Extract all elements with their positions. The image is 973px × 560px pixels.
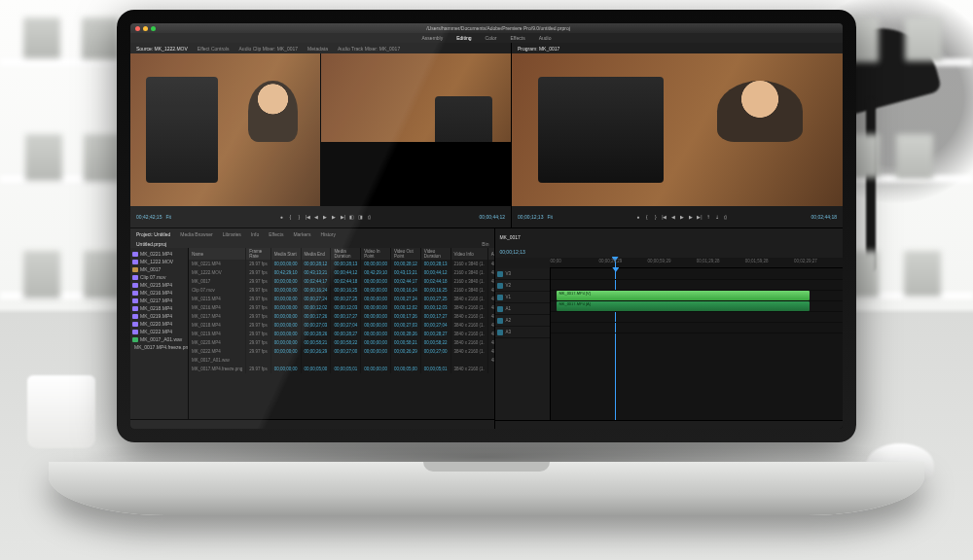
step-fwd-icon[interactable]: ▶: [331, 214, 338, 221]
proj-tab-project[interactable]: Project: Untitled: [136, 231, 170, 237]
p-mark-in-icon[interactable]: {: [643, 214, 650, 221]
p-goto-in-icon[interactable]: |◀: [661, 214, 667, 221]
column-header[interactable]: Video Out Point: [390, 248, 420, 260]
export-frame-icon[interactable]: ⎙: [366, 214, 373, 221]
src-tab-audioclipmixer[interactable]: Audio Clip Mixer: MK_0017: [239, 46, 299, 52]
project-tree[interactable]: MK_0221.MP4MK_1222.MOVMK_0017Clip 07.mov…: [130, 248, 189, 419]
table-row[interactable]: MK_0215.MP429.97 fps00;00;00;0000;00;27;…: [189, 295, 494, 303]
program-monitor[interactable]: [512, 53, 843, 206]
table-row[interactable]: MK_1222.MOV29.97 fps00;42;29;1000;43;13;…: [189, 268, 494, 277]
p-mark-out-icon[interactable]: }: [652, 214, 659, 221]
timeline-ruler[interactable]: 00;0000;00;29;2900;00;59;2900;01;29;2800…: [550, 258, 843, 268]
ws-tab-assembly[interactable]: Assembly: [422, 35, 444, 41]
column-header[interactable]: Video Duration: [420, 248, 450, 260]
tree-item[interactable]: MK_1222.MOV: [132, 258, 186, 265]
goto-out-icon[interactable]: ▶|: [340, 214, 346, 221]
track-toggle-icon[interactable]: [497, 283, 503, 289]
table-row[interactable]: MK_0017.MP4.freeze.png29.97 fps00;00;00;…: [189, 365, 494, 373]
column-header[interactable]: Media Duration: [331, 248, 361, 260]
p-step-back-icon[interactable]: ◀: [669, 214, 676, 221]
column-header[interactable]: Video Info: [450, 248, 487, 260]
proj-tab-markers[interactable]: Markers: [293, 231, 310, 237]
timeline-timecode[interactable]: 00;00;12;13: [499, 249, 524, 255]
tree-item[interactable]: MK_0220.MP4: [132, 320, 186, 328]
tree-item[interactable]: MK_0221.MP4: [132, 250, 186, 258]
p-goto-out-icon[interactable]: ▶|: [696, 214, 703, 221]
p-export-frame-icon[interactable]: ⎙: [722, 214, 729, 221]
src-tab-clip[interactable]: Source: MK_1222.MOV: [136, 46, 188, 52]
add-marker-icon[interactable]: ●: [278, 214, 285, 221]
mark-in-icon[interactable]: {: [287, 214, 294, 221]
goto-in-icon[interactable]: |◀: [305, 214, 311, 221]
timeline-clip[interactable]: MK_0017.MP4 [V]: [557, 291, 810, 300]
track-toggle-icon[interactable]: [497, 295, 503, 300]
ws-tab-audio[interactable]: Audio: [539, 35, 552, 41]
table-row[interactable]: MK_0017_A01.wav48000 Hz - Multichannel: [189, 356, 494, 365]
source-monitor[interactable]: [130, 53, 511, 206]
prog-fit-dropdown[interactable]: Fit: [547, 214, 553, 220]
prog-tab[interactable]: Program: MK_0017: [518, 46, 559, 52]
table-row[interactable]: MK_0216.MP429.97 fps00;00;00;0000;00;12;…: [189, 303, 494, 312]
zoom-icon[interactable]: [151, 26, 156, 31]
table-row[interactable]: MK_0218.MP429.97 fps00;00;00;0000;00;27;…: [189, 321, 494, 330]
column-header[interactable]: Video In Point: [361, 248, 391, 260]
insert-icon[interactable]: ◧: [348, 214, 355, 221]
track-header[interactable]: A2: [495, 315, 550, 327]
src-timecode-in[interactable]: 00;42;42;15: [136, 214, 162, 220]
tree-item[interactable]: Clip 07.mov: [132, 273, 186, 281]
src-tab-audiotrackmixer[interactable]: Audio Track Mixer: MK_0017: [338, 46, 400, 52]
tree-item[interactable]: MK_0017.MP4.freeze.png: [132, 343, 186, 351]
table-row[interactable]: MK_0221.MP429.97 fps00;00;00;0000;00;28;…: [189, 260, 494, 268]
proj-tab-info[interactable]: Info: [251, 231, 259, 237]
track-header[interactable]: V3: [495, 268, 550, 280]
tree-item[interactable]: MK_0222.MP4: [132, 328, 186, 335]
table-row[interactable]: MK_0219.MP429.97 fps00;00;00;0000;00;28;…: [189, 330, 494, 338]
table-row[interactable]: MK_0222.MP429.97 fps00;00;00;0000;00;26;…: [189, 347, 494, 356]
track-lane[interactable]: [551, 322, 843, 333]
tree-item[interactable]: MK_0215.MP4: [132, 281, 186, 289]
column-header[interactable]: Media End: [301, 248, 331, 260]
src-tab-effectcontrols[interactable]: Effect Controls: [198, 46, 230, 52]
column-header[interactable]: Media Start: [270, 248, 301, 260]
step-back-icon[interactable]: ◀: [313, 214, 320, 221]
column-header[interactable]: Audio Info: [487, 248, 494, 260]
table-row[interactable]: MK_001729.97 fps00;00;00;0000;02;44;1700…: [189, 277, 494, 286]
project-list[interactable]: NameFrame RateMedia StartMedia EndMedia …: [189, 248, 494, 419]
ws-tab-editing[interactable]: Editing: [456, 35, 471, 41]
mark-out-icon[interactable]: }: [296, 214, 303, 221]
track-header[interactable]: V1: [495, 292, 550, 303]
tree-item[interactable]: MK_0017: [132, 265, 186, 273]
p-lift-icon[interactable]: ⤒: [704, 214, 711, 221]
track-header[interactable]: V2: [495, 280, 550, 292]
timeline-clip[interactable]: MK_0017.MP4 [A]: [557, 301, 810, 311]
track-toggle-icon[interactable]: [497, 330, 503, 335]
prog-timecode[interactable]: 00;00;12;13: [518, 214, 543, 220]
track-toggle-icon[interactable]: [497, 318, 503, 324]
p-play-icon[interactable]: ▶: [678, 214, 685, 221]
ws-tab-color[interactable]: Color: [486, 35, 497, 41]
tree-item[interactable]: MK_0017_A01.wav: [132, 335, 186, 343]
track-header[interactable]: A3: [495, 327, 550, 338]
p-extract-icon[interactable]: ⤓: [713, 214, 720, 221]
timeline-tracks[interactable]: MK_0017.MP4 [V]MK_0017.MP4 [A]: [551, 268, 843, 420]
table-row[interactable]: Clip 07.mov29.97 fps00;00;00;0000;00;16;…: [189, 286, 494, 295]
table-row[interactable]: MK_0220.MP429.97 fps00;00;00;0000;00;58;…: [189, 338, 494, 347]
overwrite-icon[interactable]: ◨: [357, 214, 364, 221]
sequence-tab[interactable]: MK_0017: [499, 234, 520, 240]
p-add-marker-icon[interactable]: ●: [634, 214, 641, 221]
track-toggle-icon[interactable]: [497, 306, 503, 312]
column-header[interactable]: Name: [189, 248, 246, 260]
tree-item[interactable]: MK_0218.MP4: [132, 304, 186, 312]
close-icon[interactable]: [135, 26, 140, 31]
src-tab-metadata[interactable]: Metadata: [307, 46, 328, 52]
table-row[interactable]: MK_0217.MP429.97 fps00;00;00;0000;00;17;…: [189, 312, 494, 321]
track-toggle-icon[interactable]: [497, 271, 503, 277]
track-header[interactable]: A1: [495, 303, 550, 315]
proj-tab-effects[interactable]: Effects: [269, 231, 283, 237]
tree-item[interactable]: MK_0219.MP4: [132, 312, 186, 320]
play-icon[interactable]: ▶: [322, 214, 329, 221]
src-fit-dropdown[interactable]: Fit: [165, 214, 171, 220]
proj-tab-history[interactable]: History: [320, 231, 336, 237]
proj-tab-libraries[interactable]: Libraries: [223, 231, 241, 237]
tree-item[interactable]: MK_0217.MP4: [132, 297, 186, 304]
